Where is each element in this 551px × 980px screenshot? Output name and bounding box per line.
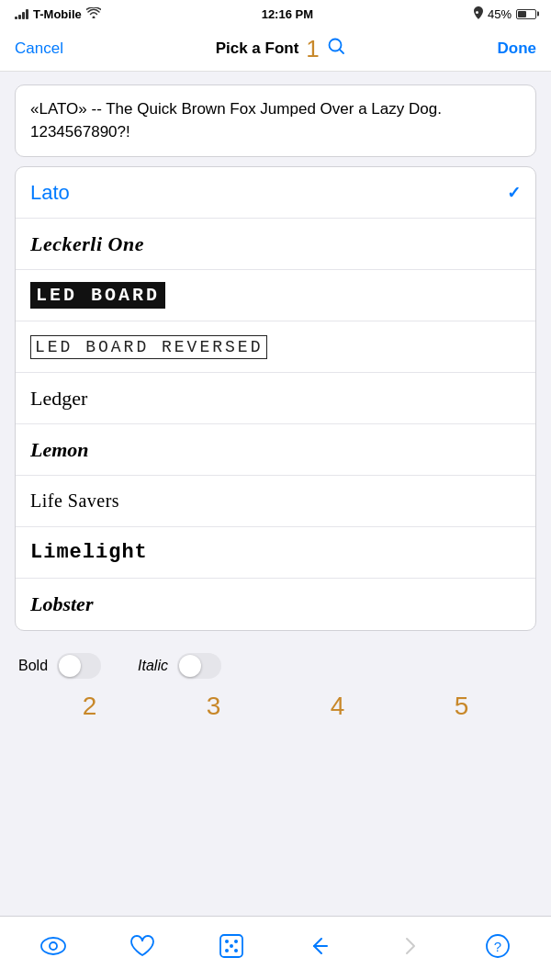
- italic-toggle[interactable]: [177, 653, 221, 679]
- page-num-4[interactable]: 4: [331, 692, 345, 721]
- svg-point-3: [50, 942, 57, 950]
- font-name-ledger: Ledger: [30, 387, 87, 411]
- font-name-led-reversed: LED BOARD REVERSED: [30, 335, 267, 359]
- font-item-lobster[interactable]: Lobster: [16, 579, 535, 630]
- page-title: Pick a Font: [216, 39, 299, 58]
- back-button[interactable]: [299, 926, 340, 966]
- italic-label: Italic: [138, 658, 168, 674]
- dice-button[interactable]: [211, 926, 252, 966]
- battery-percent: 45%: [488, 7, 512, 21]
- font-item-ledger[interactable]: Ledger: [16, 373, 535, 424]
- font-item-led-board[interactable]: LED BOARD: [16, 270, 535, 321]
- carrier-label: T-Mobile: [33, 7, 82, 21]
- font-item-limelight[interactable]: Limelight: [16, 527, 535, 579]
- wifi-icon: [86, 7, 101, 21]
- italic-toggle-group: Italic: [138, 653, 221, 679]
- font-preview: «LATO» -- The Quick Brown Fox Jumped Ove…: [15, 84, 536, 157]
- font-name-lemon: Lemon: [30, 438, 89, 462]
- cancel-button[interactable]: Cancel: [15, 39, 63, 58]
- page-num-3[interactable]: 3: [207, 692, 221, 721]
- page-num-5[interactable]: 5: [455, 692, 469, 721]
- svg-point-8: [234, 949, 238, 952]
- bold-toggle[interactable]: [57, 653, 101, 679]
- checkmark-icon: ✓: [507, 183, 521, 203]
- svg-text:?: ?: [493, 939, 500, 954]
- font-name-lato: Lato: [30, 181, 70, 205]
- font-list: Lato ✓ Leckerli One LED BOARD LED BOARD …: [15, 166, 536, 631]
- status-left: T-Mobile: [15, 7, 101, 21]
- battery-icon: [516, 9, 536, 19]
- font-item-life-savers[interactable]: Life Savers: [16, 476, 535, 527]
- status-bar: T-Mobile 12:16 PM 45%: [0, 0, 551, 26]
- font-name-life-savers: Life Savers: [30, 490, 119, 512]
- forward-button[interactable]: [388, 926, 429, 966]
- search-icon[interactable]: [327, 37, 345, 60]
- eye-button[interactable]: [33, 926, 73, 966]
- nav-badge: 1: [306, 37, 319, 61]
- font-item-lato[interactable]: Lato ✓: [16, 167, 535, 219]
- nav-bar: Cancel Pick a Font 1 Done: [0, 26, 551, 72]
- page-num-2[interactable]: 2: [83, 692, 97, 721]
- done-button[interactable]: Done: [497, 39, 536, 58]
- svg-line-1: [340, 50, 343, 53]
- svg-point-9: [230, 944, 233, 948]
- nav-center: Pick a Font 1: [216, 37, 345, 61]
- status-time: 12:16 PM: [262, 7, 313, 21]
- svg-point-6: [234, 940, 238, 943]
- svg-point-2: [41, 938, 65, 954]
- font-name-led-board: LED BOARD: [30, 282, 165, 309]
- font-name-lobster: Lobster: [30, 592, 93, 616]
- font-name-leckerli: Leckerli One: [30, 232, 144, 256]
- heart-button[interactable]: [122, 926, 163, 966]
- font-list-container: Lato ✓ Leckerli One LED BOARD LED BOARD …: [0, 166, 551, 644]
- preview-container: «LATO» -- The Quick Brown Fox Jumped Ove…: [0, 72, 551, 166]
- help-button[interactable]: ?: [478, 926, 518, 966]
- bold-label: Bold: [18, 658, 48, 674]
- location-icon: [474, 6, 483, 22]
- signal-icon: [15, 8, 28, 19]
- bold-toggle-group: Bold: [18, 653, 101, 679]
- bottom-toolbar: ?: [0, 916, 551, 980]
- svg-point-5: [225, 940, 229, 943]
- toggle-row: Bold Italic: [18, 653, 533, 679]
- bottom-controls: Bold Italic 2 3 4 5: [0, 644, 551, 736]
- svg-point-7: [225, 949, 229, 952]
- page-numbers: 2 3 4 5: [18, 692, 533, 730]
- font-name-limelight: Limelight: [30, 541, 148, 564]
- font-item-lemon[interactable]: Lemon: [16, 424, 535, 476]
- font-item-led-reversed[interactable]: LED BOARD REVERSED: [16, 321, 535, 373]
- status-right: 45%: [474, 6, 536, 22]
- font-item-leckerli[interactable]: Leckerli One: [16, 219, 535, 270]
